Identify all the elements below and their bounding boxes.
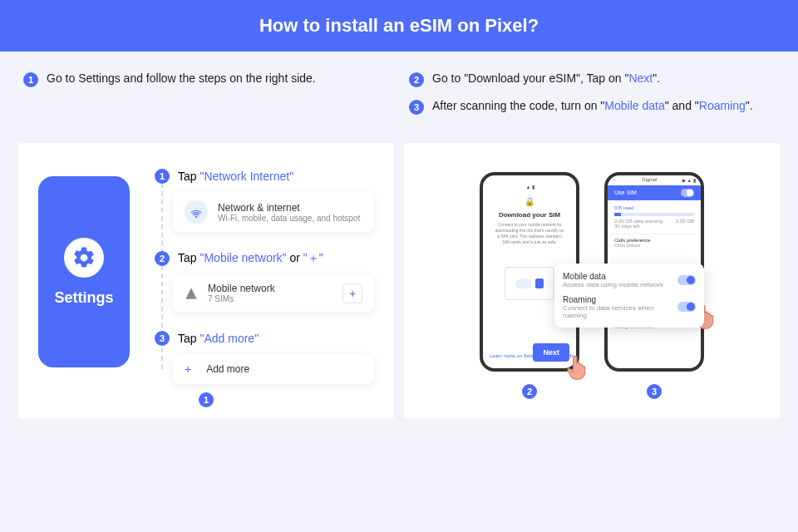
intro-step-3: 3 After scanning the code, turn on "Mobi…	[409, 99, 775, 115]
steps-list: 1 Tap "Network Internet" Network & inter…	[155, 168, 374, 402]
card-mobile-network[interactable]: Mobile network 7 SIMs +	[173, 274, 374, 312]
cloud-icon	[515, 278, 532, 288]
toggle-icon[interactable]	[677, 275, 696, 285]
hand-cursor-icon	[566, 354, 588, 379]
carrier-label: Digicel	[642, 177, 657, 184]
intro-step-2: 2 Go to "Download your eSIM", Tap on "Ne…	[409, 71, 775, 87]
gear-icon	[64, 238, 104, 278]
intro-text: After scanning the code, turn on "Mobile…	[432, 99, 753, 112]
wifi-icon	[185, 200, 208, 224]
next-button[interactable]: Next	[533, 343, 569, 362]
panel-step-badge-3: 3	[647, 384, 662, 399]
status-icons: ▲ ▮	[526, 184, 535, 190]
toggle-icon[interactable]	[677, 302, 696, 312]
card-network-internet[interactable]: Network & internet Wi-Fi, mobile, data u…	[173, 192, 374, 232]
step-mobile-network: 2 Tap "Mobile network" or "＋" Mobile net…	[155, 250, 374, 312]
plus-icon: +	[185, 362, 191, 376]
overlay-mobile-roaming: Mobile data Access data using mobile net…	[554, 264, 704, 328]
toggle-icon[interactable]	[681, 189, 694, 197]
intro-text: Go to "Download your eSIM", Tap on "Next…	[432, 71, 660, 85]
data-usage: 0 B used 2.00 GB data warning2.00 GB 30 …	[608, 200, 701, 234]
phone-label: Settings	[54, 289, 113, 307]
card-subtitle: 7 SIMs	[208, 294, 275, 303]
calls-pref-row[interactable]: Calls preferenceChina Unicom	[608, 234, 701, 251]
use-sim-row[interactable]: Use SIM	[608, 185, 701, 200]
overlay-roaming[interactable]: Roaming Connect to data services when ro…	[563, 295, 696, 319]
phone-mock-settings: Settings	[38, 176, 130, 367]
num-badge: 2	[155, 251, 170, 266]
panel-step-badge-2: 2	[522, 384, 537, 399]
intro-step-1: 1 Go to Settings and follow the steps on…	[23, 71, 389, 87]
panels: Settings 1 Tap "Network Internet" Networ…	[0, 143, 798, 419]
back-icon[interactable]: ←	[613, 177, 618, 184]
num-badge: 3	[409, 100, 424, 115]
lock-icon: 🔒	[525, 197, 534, 206]
panel-settings-steps: Settings 1 Tap "Network Internet" Networ…	[18, 143, 394, 419]
plus-icon[interactable]: +	[342, 283, 362, 303]
num-badge: 2	[409, 72, 424, 87]
signal-icon	[185, 287, 198, 300]
intro-text: Go to Settings and follow the steps on t…	[47, 71, 316, 85]
download-desc: Connect to your mobile network by downlo…	[490, 222, 569, 245]
num-badge: 1	[23, 72, 38, 87]
intro-section: 1 Go to Settings and follow the steps on…	[0, 52, 798, 143]
card-subtitle: Wi-Fi, mobile, data usage, and hotspot	[218, 214, 360, 223]
step-network-internet: 1 Tap "Network Internet" Network & inter…	[155, 168, 374, 232]
num-badge: 3	[155, 331, 170, 346]
card-title: Add more	[206, 363, 249, 375]
overlay-mobile-data[interactable]: Mobile data Access data using mobile net…	[563, 272, 696, 288]
page-title: How to install an eSIM on Pixel?	[0, 0, 798, 52]
num-badge: 1	[155, 169, 170, 184]
panel-step-badge-1: 1	[199, 392, 214, 407]
card-add-more[interactable]: + Add more	[173, 354, 374, 384]
card-title: Mobile network	[208, 283, 275, 294]
download-title: Download your SIM	[499, 211, 560, 219]
card-title: Network & internet	[218, 202, 360, 214]
status-icons: ◆ ▲ ▮	[682, 177, 696, 184]
cloud-sim-illustration	[505, 267, 554, 300]
sim-icon	[535, 278, 544, 288]
panel-download-roaming: ▲ ▮ 🔒 Download your SIM Connect to your …	[404, 143, 780, 419]
step-add-more: 3 Tap "Add more" + Add more	[155, 330, 374, 384]
